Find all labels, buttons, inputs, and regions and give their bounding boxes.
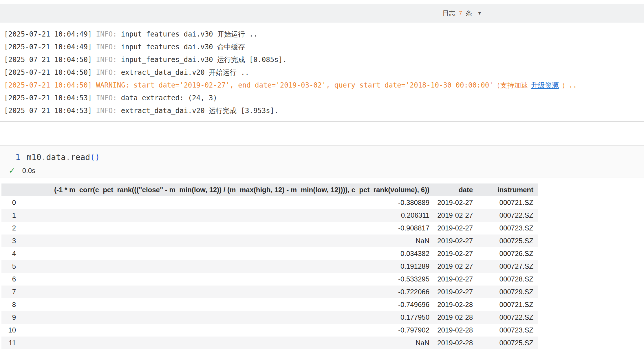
table-row: 11NaN2019-02-28000725.SZ: [1, 337, 538, 349]
row-index: 4: [1, 247, 16, 260]
code-token: .: [41, 152, 46, 162]
cell-value: NaN: [16, 337, 429, 349]
log-timestamp: [2025-07-21 10:04:49]: [4, 43, 92, 51]
table-row: 10-0.7979022019-02-28000723.SZ: [1, 324, 538, 337]
log-message: input_features_dai.v30 命中缓存: [121, 43, 245, 51]
log-message: input_features_dai.v30 开始运行 ..: [121, 30, 258, 38]
table-row: 50.1912892019-02-27000727.SZ: [1, 260, 538, 273]
log-message: data extracted: (24, 3): [121, 94, 217, 102]
row-index: 9: [1, 311, 16, 324]
log-output: [2025-07-21 10:04:49]INFO:input_features…: [0, 23, 644, 122]
log-timestamp: [2025-07-21 10:04:53]: [4, 107, 92, 115]
cell-value: 0.034382: [16, 247, 429, 260]
code-editor[interactable]: 1 m10.data.read(): [0, 146, 644, 165]
cell-value: -0.908817: [16, 222, 429, 235]
table-row: 2-0.9088172019-02-27000723.SZ: [1, 222, 538, 235]
code-token: .: [66, 152, 71, 162]
log-entry: [2025-07-21 10:04:53]INFO:data extracted…: [4, 92, 644, 104]
cell-value: -0.533295: [16, 273, 429, 286]
column-header-index: [1, 183, 16, 196]
table-row: 40.0343822019-02-27000726.SZ: [1, 247, 538, 260]
cell-date: 2019-02-28: [429, 298, 473, 311]
cell-value: 0.206311: [16, 209, 429, 222]
cell-value: -0.749696: [16, 298, 429, 311]
cell-instrument: 000728.SZ: [473, 273, 538, 286]
cell-value: -0.722066: [16, 286, 429, 298]
row-index: 8: [1, 298, 16, 311]
cell-value: -0.380889: [16, 196, 429, 209]
cell-value: 0.177950: [16, 311, 429, 324]
code-token: (): [90, 152, 100, 162]
cell-instrument: 000723.SZ: [473, 324, 538, 337]
log-timestamp: [2025-07-21 10:04:49]: [4, 30, 92, 38]
cell-date: 2019-02-27: [429, 273, 473, 286]
cell-date: 2019-02-27: [429, 286, 473, 298]
column-header-instrument: instrument: [473, 183, 538, 196]
log-timestamp: [2025-07-21 10:04:50]: [4, 81, 92, 89]
log-count-badge: 7: [459, 10, 462, 17]
cell-status-row: ✓ 0.0s: [0, 165, 644, 177]
cell-value: 0.191289: [16, 260, 429, 273]
table-row: 90.1779502019-02-28000722.SZ: [1, 311, 538, 324]
cell-instrument: 000722.SZ: [473, 209, 538, 222]
cell-date: 2019-02-28: [429, 311, 473, 324]
table-row: 0-0.3808892019-02-27000721.SZ: [1, 196, 538, 209]
cell-date: 2019-02-27: [429, 235, 473, 247]
log-level: INFO:: [96, 94, 117, 102]
spacer: [0, 122, 644, 145]
log-entry: [2025-07-21 10:04:49]INFO:input_features…: [4, 41, 644, 53]
log-message: ）..: [562, 81, 577, 89]
log-message: extract_data_dai.v20 运行完成 [3.953s].: [121, 107, 279, 115]
log-toggle[interactable]: 日志 7 条 ▼: [442, 9, 482, 18]
log-timestamp: [2025-07-21 10:04:53]: [4, 94, 92, 102]
log-level: INFO:: [96, 30, 117, 38]
cell-value: -0.797902: [16, 324, 429, 337]
log-message: input_features_dai.v30 运行完成 [0.085s].: [121, 56, 287, 64]
row-index: 3: [1, 235, 16, 247]
log-title: 日志: [442, 9, 455, 18]
log-timestamp: [2025-07-21 10:04:50]: [4, 56, 92, 64]
row-index: 7: [1, 286, 16, 298]
cell-instrument: 000725.SZ: [473, 337, 538, 349]
column-header-value: (-1 * m_corr(c_pct_rank((("close" - m_mi…: [16, 183, 429, 196]
log-level: INFO:: [96, 107, 117, 115]
line-number: 1: [0, 152, 20, 162]
row-index: 6: [1, 273, 16, 286]
log-message: start_date='2019-02-27', end_date='2019-…: [133, 81, 528, 89]
row-index: 11: [1, 337, 16, 349]
cell-instrument: 000727.SZ: [473, 260, 538, 273]
row-index: 10: [1, 324, 16, 337]
dataframe-output: (-1 * m_corr(c_pct_rank((("close" - m_mi…: [1, 183, 538, 349]
cell-date: 2019-02-27: [429, 209, 473, 222]
table-header-row: (-1 * m_corr(c_pct_rank((("close" - m_mi…: [1, 183, 538, 196]
spacer: [0, 177, 644, 183]
cell-date: 2019-02-27: [429, 247, 473, 260]
column-header-date: date: [429, 183, 473, 196]
upgrade-resource-link[interactable]: 升级资源: [531, 81, 559, 89]
log-unit-label: 条: [466, 9, 472, 18]
code-token: read: [71, 152, 90, 162]
code-cell: 1 m10.data.read() ✓ 0.0s: [0, 145, 644, 177]
cell-instrument: 000721.SZ: [473, 196, 538, 209]
log-level: INFO:: [96, 43, 117, 51]
execution-duration: 0.0s: [22, 167, 35, 175]
log-entry: [2025-07-21 10:04:50]INFO:extract_data_d…: [4, 66, 644, 79]
log-level: WARNING:: [96, 81, 129, 89]
table-row: 6-0.5332952019-02-27000728.SZ: [1, 273, 538, 286]
chevron-down-icon[interactable]: ▼: [477, 11, 482, 16]
cell-date: 2019-02-27: [429, 196, 473, 209]
log-panel-header: 日志 7 条 ▼: [0, 4, 644, 23]
log-level: INFO:: [96, 68, 117, 77]
log-message: extract_data_dai.v20 开始运行 ..: [121, 68, 249, 77]
row-index: 0: [1, 196, 16, 209]
table-row: 10.2063112019-02-27000722.SZ: [1, 209, 538, 222]
success-check-icon: ✓: [9, 166, 15, 175]
cell-date: 2019-02-27: [429, 222, 473, 235]
cell-date: 2019-02-27: [429, 260, 473, 273]
log-entry: [2025-07-21 10:04:49]INFO:input_features…: [4, 28, 644, 41]
cell-value: NaN: [16, 235, 429, 247]
row-index: 2: [1, 222, 16, 235]
cell-instrument: 000722.SZ: [473, 311, 538, 324]
cell-instrument: 000721.SZ: [473, 298, 538, 311]
cell-instrument: 000729.SZ: [473, 286, 538, 298]
